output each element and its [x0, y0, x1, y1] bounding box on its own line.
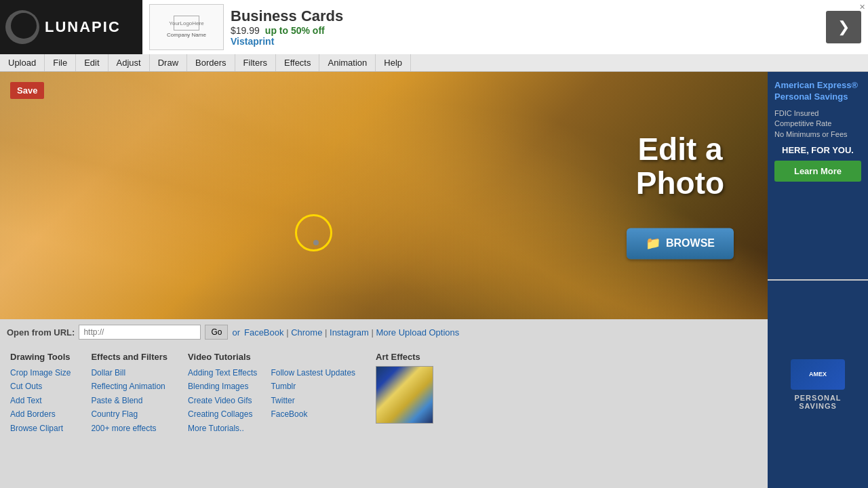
- tutorials-list: Adding Text Effects Blending Images Crea…: [188, 366, 257, 435]
- art-effects-thumbnail[interactable]: [376, 366, 433, 424]
- addborders-link[interactable]: Add Borders: [10, 407, 71, 421]
- footer-col-tutorials: Video Tutorials Adding Text Effects Blen…: [188, 352, 355, 478]
- blending-link[interactable]: Blending Images: [188, 380, 257, 393]
- nav-help[interactable]: Help: [376, 54, 411, 71]
- paste-link[interactable]: Paste & Blend: [91, 394, 167, 407]
- ad-banner: Your Logo Here Company Name Business Car…: [142, 0, 868, 54]
- nav-file[interactable]: File: [45, 54, 76, 71]
- url-label: Open from URL:: [7, 327, 75, 338]
- browse-label: BROWSE: [666, 237, 715, 249]
- ad-title: Business Cards: [231, 7, 819, 25]
- hero-section: Save Edit a Photo 📁 BROWSE: [0, 72, 768, 319]
- ad-brand: Vistaprint: [231, 36, 819, 47]
- tumblr-link[interactable]: Tumblr: [271, 380, 355, 393]
- instagram-link[interactable]: Instagram: [330, 327, 369, 338]
- nav-borders[interactable]: Borders: [187, 54, 235, 71]
- more-effects-link[interactable]: 200+ more effects: [91, 422, 167, 435]
- collages-link[interactable]: Creating Collages: [188, 407, 257, 421]
- addtext-link[interactable]: Add Text: [10, 394, 71, 407]
- cutouts-link[interactable]: Cut Outs: [10, 380, 71, 393]
- ad-content: Business Cards $19.99 up to 50% off Vist…: [231, 7, 819, 47]
- nav-upload[interactable]: Upload: [0, 54, 45, 71]
- facebook-footer-link[interactable]: FaceBook: [271, 407, 355, 421]
- ad-next-button[interactable]: ❯: [826, 11, 861, 43]
- footer-col-drawing: Drawing Tools Crop Image Size Cut Outs A…: [10, 352, 71, 478]
- video-gifs-link[interactable]: Create Video Gifs: [188, 394, 257, 407]
- reflect-link[interactable]: Reflecting Animation: [91, 380, 167, 393]
- amex-logo: AMEX: [791, 359, 845, 390]
- nav-edit[interactable]: Edit: [76, 54, 108, 71]
- twitter-link[interactable]: Twitter: [271, 394, 355, 407]
- sidebar-ad-top: American Express® Personal Savings FDIC …: [768, 72, 868, 279]
- nav-adjust[interactable]: Adjust: [108, 54, 150, 71]
- crop-link[interactable]: Crop Image Size: [10, 366, 71, 380]
- url-or: or: [232, 327, 240, 338]
- footer-col-art: Art Effects: [376, 352, 433, 478]
- right-sidebar: American Express® Personal Savings FDIC …: [768, 72, 868, 488]
- ad-close-icon[interactable]: ✕: [859, 3, 865, 12]
- nav-draw[interactable]: Draw: [150, 54, 187, 71]
- footer-col3-heading: Video Tutorials: [188, 352, 355, 362]
- sidebar-brand: American Express® Personal Savings: [774, 80, 861, 103]
- sidebar-tagline: HERE, FOR YOU.: [774, 145, 861, 155]
- top-banner: LUNAPIC Your Logo Here Company Name Busi…: [0, 0, 868, 54]
- art-effects-heading: Art Effects: [376, 352, 420, 362]
- clipart-link[interactable]: Browse Clipart: [10, 422, 71, 435]
- more-upload-link[interactable]: More Upload Options: [376, 327, 459, 338]
- ad-logo-box: Your Logo Here: [174, 16, 199, 30]
- logo-text: LUNAPIC: [45, 18, 121, 36]
- logo-area: LUNAPIC: [0, 0, 142, 54]
- center-area: Save Edit a Photo 📁 BROWSE Open: [0, 72, 768, 488]
- navbar: Upload File Edit Adjust Draw Borders Fil…: [0, 54, 868, 72]
- ad-price: $19.99 up to 50% off: [231, 25, 819, 36]
- social-list: Follow Lastest Updates Tumblr Twitter Fa…: [271, 366, 355, 435]
- nav-effects[interactable]: Effects: [276, 54, 320, 71]
- more-tutorials-link[interactable]: More Tutorials..: [188, 422, 257, 435]
- sidebar-savings-text: PERSONAL SAVINGS: [774, 394, 861, 410]
- footer-col2-heading: Effects and Filters: [91, 352, 167, 362]
- sidebar-ad-bottom: AMEX PERSONAL SAVINGS: [768, 281, 868, 488]
- dollar-link[interactable]: Dollar Bill: [91, 366, 167, 380]
- follow-updates-link[interactable]: Follow Lastest Updates: [271, 366, 355, 380]
- main-content: Save Edit a Photo 📁 BROWSE Open: [0, 72, 868, 488]
- save-button[interactable]: Save: [10, 82, 44, 99]
- nav-filters[interactable]: Filters: [235, 54, 276, 71]
- url-input[interactable]: [79, 325, 201, 340]
- url-bar: Open from URL: Go or FaceBook | Chrome |…: [0, 319, 768, 345]
- browse-button[interactable]: 📁 BROWSE: [627, 228, 734, 259]
- folder-icon: 📁: [646, 236, 660, 251]
- ad-card-text: Company Name: [167, 32, 206, 38]
- logo-icon: [5, 10, 39, 44]
- text-effects-link[interactable]: Adding Text Effects: [188, 366, 257, 380]
- ad-discount: up to 50% off: [265, 25, 325, 36]
- chrome-link[interactable]: Chrome: [291, 327, 322, 338]
- footer-col1-heading: Drawing Tools: [10, 352, 71, 362]
- hero-title: Edit a Photo: [627, 132, 734, 201]
- sidebar-features: FDIC Insured Competitive Rate No Minimum…: [774, 108, 861, 140]
- nav-animation[interactable]: Animation: [319, 54, 376, 71]
- flag-link[interactable]: Country Flag: [91, 407, 167, 421]
- tutorials-social: Adding Text Effects Blending Images Crea…: [188, 366, 355, 435]
- learn-more-button[interactable]: Learn More: [774, 161, 861, 182]
- footer-col-effects: Effects and Filters Dollar Bill Reflecti…: [91, 352, 167, 478]
- ad-card-mockup: Your Logo Here Company Name: [149, 4, 224, 50]
- hero-text-area: Edit a Photo 📁 BROWSE: [627, 132, 734, 259]
- ad-price-value: $19.99: [231, 25, 260, 36]
- footer-links: Drawing Tools Crop Image Size Cut Outs A…: [0, 345, 768, 488]
- facebook-link[interactable]: FaceBook: [244, 327, 284, 338]
- go-button[interactable]: Go: [205, 325, 228, 340]
